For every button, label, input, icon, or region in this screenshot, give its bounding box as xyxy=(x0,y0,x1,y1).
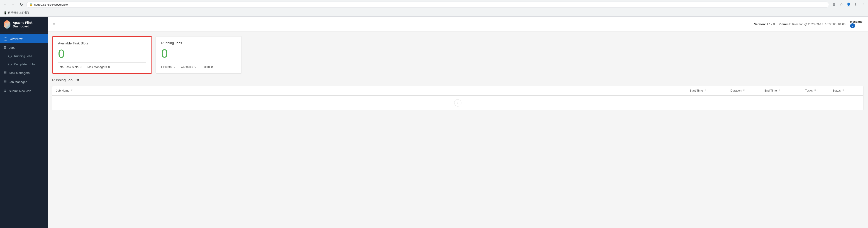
total-task-slots-value: 0 xyxy=(80,65,82,69)
bookmarks-bar: 📱 移动设备上的书签 xyxy=(0,9,868,17)
col-start-time-label: Start Time xyxy=(689,89,703,92)
message-label: Message: xyxy=(850,20,864,23)
app-container: 🐿 Apache Flink Dashboard ◯ Overview ☰ Jo… xyxy=(0,17,868,228)
col-job-name: Job Name ⇵ xyxy=(56,89,689,92)
running-jobs-big-number: 0 xyxy=(161,47,236,59)
job-manager-icon: ☷ xyxy=(4,80,7,84)
mobile-icon: 📱 xyxy=(4,11,7,14)
sidebar-item-task-managers[interactable]: ☷ Task Managers xyxy=(0,68,48,77)
version-label: Version: xyxy=(754,23,766,26)
jobs-arrow-icon: ⌃ xyxy=(42,46,44,49)
sidebar-item-completed-jobs[interactable]: ◯ Completed Jobs xyxy=(0,60,48,68)
extension-button[interactable]: ⊞ xyxy=(831,1,837,8)
cards-row: Available Task Slots 0 Total Task Slots … xyxy=(52,36,864,74)
running-job-list-title: Running Job List xyxy=(52,78,864,82)
jobs-icon: ☰ xyxy=(4,46,7,50)
total-task-slots-stat: Total Task Slots 0 xyxy=(58,65,82,69)
task-managers-icon: ☷ xyxy=(4,71,7,75)
sort-start-time-icon[interactable]: ⇵ xyxy=(704,90,706,92)
main-content: ≡ Version: 1.17.0 Commit: 69ecda0 @ 2023… xyxy=(48,17,868,228)
pagination-prev-button[interactable]: ‹ xyxy=(454,99,461,106)
sidebar-running-jobs-label: Running Jobs xyxy=(14,55,32,58)
sort-end-time-icon[interactable]: ⇵ xyxy=(778,90,780,92)
completed-jobs-icon: ◯ xyxy=(8,62,12,66)
overview-icon: ◯ xyxy=(4,37,7,41)
back-button[interactable]: ← xyxy=(2,1,8,8)
canceled-value: 0 xyxy=(194,65,196,68)
star-button[interactable]: ☆ xyxy=(838,1,844,8)
sidebar-task-managers-label: Task Managers xyxy=(9,71,30,74)
sidebar-item-submit-new-job[interactable]: ⇓ Submit New Job xyxy=(0,86,48,95)
sidebar-item-running-jobs[interactable]: ◯ Running Jobs xyxy=(0,52,48,60)
sort-status-icon[interactable]: ⇵ xyxy=(842,90,844,92)
submit-job-icon: ⇓ xyxy=(4,89,7,93)
reload-button[interactable]: ↻ xyxy=(18,1,25,8)
col-end-time: End Time ⇵ xyxy=(764,89,805,92)
hamburger-button[interactable]: ≡ xyxy=(52,21,57,27)
col-start-time: Start Time ⇵ xyxy=(689,89,731,92)
header-info: Version: 1.17.0 Commit: 69ecda0 @ 2023-0… xyxy=(754,20,864,28)
running-jobs-card: Running Jobs 0 Finished 0 Canceled 0 xyxy=(156,36,242,74)
browser-chrome: ← → ↻ 🔒 node03:37824/#/overview ⊞ ☆ 👤 ⬇ … xyxy=(0,0,868,17)
browser-actions: ⊞ ☆ 👤 ⬇ ⋮ xyxy=(831,1,866,8)
bookmark-mobile[interactable]: 📱 移动设备上的书签 xyxy=(2,10,32,15)
col-tasks: Tasks ⇵ xyxy=(805,89,832,92)
sidebar-item-job-manager[interactable]: ☷ Job Manager xyxy=(0,77,48,86)
task-managers-stat: Task Managers 0 xyxy=(87,65,110,69)
running-job-list-section: Running Job List Job Name ⇵ Start Time ⇵… xyxy=(52,78,864,110)
task-slots-card-title: Available Task Slots xyxy=(58,41,146,45)
failed-label: Failed xyxy=(202,65,210,68)
forward-button[interactable]: → xyxy=(10,1,16,8)
col-status-label: Status xyxy=(832,89,841,92)
table-header: Job Name ⇵ Start Time ⇵ Duration ⇵ End xyxy=(52,86,863,95)
sidebar-section-jobs[interactable]: ☰ Jobs ⌃ xyxy=(0,43,48,52)
sidebar-completed-jobs-label: Completed Jobs xyxy=(14,63,35,66)
browser-toolbar: ← → ↻ 🔒 node03:37824/#/overview ⊞ ☆ 👤 ⬇ … xyxy=(0,0,868,9)
flink-logo-icon: 🐿 xyxy=(4,21,10,29)
col-status: Status ⇵ xyxy=(832,89,860,92)
running-jobs-divider xyxy=(161,62,236,62)
sidebar-nav: ◯ Overview ☰ Jobs ⌃ ◯ Running Jobs ◯ Com… xyxy=(0,32,48,228)
sort-tasks-icon[interactable]: ⇵ xyxy=(814,90,816,92)
task-slots-big-number: 0 xyxy=(58,48,146,60)
total-task-slots-label: Total Task Slots xyxy=(58,65,79,69)
col-tasks-label: Tasks xyxy=(805,89,813,92)
sort-duration-icon[interactable]: ⇵ xyxy=(743,90,745,92)
sidebar-logo-text: Apache Flink Dashboard xyxy=(13,21,44,28)
sidebar-item-overview[interactable]: ◯ Overview xyxy=(0,34,48,43)
col-job-name-label: Job Name xyxy=(56,89,69,92)
col-duration: Duration ⇵ xyxy=(731,89,764,92)
col-duration-label: Duration xyxy=(731,89,742,92)
content-area: Available Task Slots 0 Total Task Slots … xyxy=(48,32,868,228)
failed-stat: Failed 0 xyxy=(202,65,213,68)
commit-value: 69ecda0 @ 2023-03-17T10:30:06+01:00 xyxy=(792,23,845,26)
task-managers-stat-value: 0 xyxy=(108,65,110,69)
sidebar-submit-label: Submit New Job xyxy=(9,89,31,93)
task-managers-stat-label: Task Managers xyxy=(87,65,107,69)
sort-job-name-icon[interactable]: ⇵ xyxy=(71,90,73,92)
task-slots-divider xyxy=(58,62,146,63)
header-commit-block: Commit: 69ecda0 @ 2023-03-17T10:30:06+01… xyxy=(779,23,845,26)
bookmark-label: 移动设备上的书签 xyxy=(8,11,30,15)
download-button[interactable]: ⬇ xyxy=(852,1,859,8)
running-jobs-icon: ◯ xyxy=(8,54,12,58)
address-bar[interactable]: 🔒 node03:37824/#/overview xyxy=(26,2,829,8)
menu-button[interactable]: ⋮ xyxy=(860,1,866,8)
commit-label: Commit: xyxy=(779,23,792,26)
canceled-stat: Canceled 0 xyxy=(181,65,196,68)
sidebar-jobs-left: ☰ Jobs xyxy=(4,46,16,50)
url-text: node03:37824/#/overview xyxy=(34,3,826,6)
header-message-block: Message: 0 xyxy=(850,20,864,28)
failed-value: 0 xyxy=(211,65,213,68)
sidebar-job-manager-label: Job Manager xyxy=(9,80,27,84)
sidebar-jobs-label: Jobs xyxy=(9,46,16,50)
version-value: 1.17.0 xyxy=(767,23,775,26)
task-slots-card: Available Task Slots 0 Total Task Slots … xyxy=(52,36,152,74)
sidebar-logo: 🐿 Apache Flink Dashboard xyxy=(0,17,48,32)
finished-label: Finished xyxy=(161,65,172,68)
profile-button[interactable]: 👤 xyxy=(845,1,852,8)
header-info-block: Version: 1.17.0 xyxy=(754,23,775,26)
message-badge[interactable]: 0 xyxy=(850,23,855,28)
security-icon: 🔒 xyxy=(29,3,33,6)
running-jobs-card-title: Running Jobs xyxy=(161,41,236,45)
